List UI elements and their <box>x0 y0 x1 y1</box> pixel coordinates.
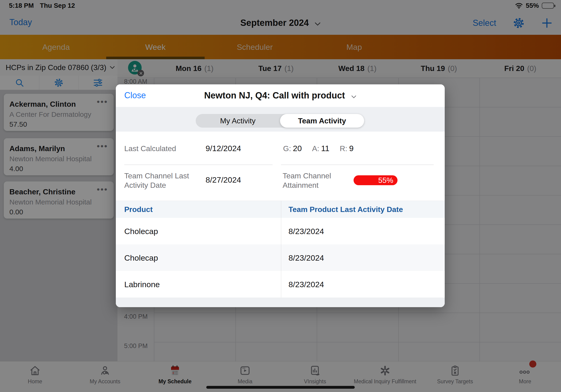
product-cell: Cholecap <box>124 253 158 262</box>
app-screen: 5:18 PM Thu Sep 12 55% Today September 2… <box>0 0 561 392</box>
modal-header: Close Newton NJ, Q4: Call with product <box>116 84 445 107</box>
segment-team-activity[interactable]: Team Activity <box>280 114 364 128</box>
last-calculated-value: 9/12/2024 <box>205 144 241 153</box>
product-cell: Cholecap <box>124 227 158 236</box>
date-column-header: Team Product Last Activity Date <box>289 205 403 214</box>
a-value: 11 <box>321 144 329 153</box>
last-calculated-label: Last Calculated <box>124 144 176 153</box>
activity-segmented-control: My Activity Team Activity <box>196 114 364 128</box>
r-value: 9 <box>349 144 354 153</box>
modal-title-dropdown[interactable]: Newton NJ, Q4: Call with product <box>116 90 445 101</box>
attainment-label: Team Channel Attainment <box>283 171 337 190</box>
date-cell: 8/23/2024 <box>289 253 324 262</box>
column-divider <box>281 201 281 297</box>
table-row: Cholecap 8/23/2024 <box>116 218 445 244</box>
g-label: G: <box>283 144 291 153</box>
a-label: A: <box>312 144 319 153</box>
modal-footer <box>116 297 445 307</box>
attainment-pill: 55% <box>354 175 398 185</box>
product-column-header: Product <box>124 205 153 214</box>
modal-title: Newton NJ, Q4: Call with product <box>204 90 345 100</box>
date-cell: 8/23/2024 <box>289 280 324 289</box>
divider <box>281 164 434 165</box>
team-channel-date-label: Team Channel Last Activity Date <box>124 171 192 190</box>
product-cell: Labrinone <box>124 280 160 289</box>
chevron-down-icon <box>351 90 356 100</box>
call-detail-modal: Close Newton NJ, Q4: Call with product M… <box>116 84 445 307</box>
segment-my-activity[interactable]: My Activity <box>196 114 280 128</box>
team-channel-date-value: 8/27/2024 <box>205 175 241 185</box>
table-row: Cholecap 8/23/2024 <box>116 244 445 271</box>
divider <box>124 164 272 165</box>
gar-counters: G:20 A:11 R:9 <box>283 144 354 153</box>
date-cell: 8/23/2024 <box>289 227 324 236</box>
r-label: R: <box>340 144 347 153</box>
table-row: Labrinone 8/23/2024 <box>116 271 445 297</box>
home-indicator[interactable] <box>206 386 355 389</box>
g-value: 20 <box>293 144 302 153</box>
product-table-header: Product Team Product Last Activity Date <box>116 201 445 218</box>
summary-section: Last Calculated 9/12/2024 G:20 A:11 R:9 … <box>116 132 445 201</box>
activity-toggle-section: My Activity Team Activity <box>116 107 445 132</box>
